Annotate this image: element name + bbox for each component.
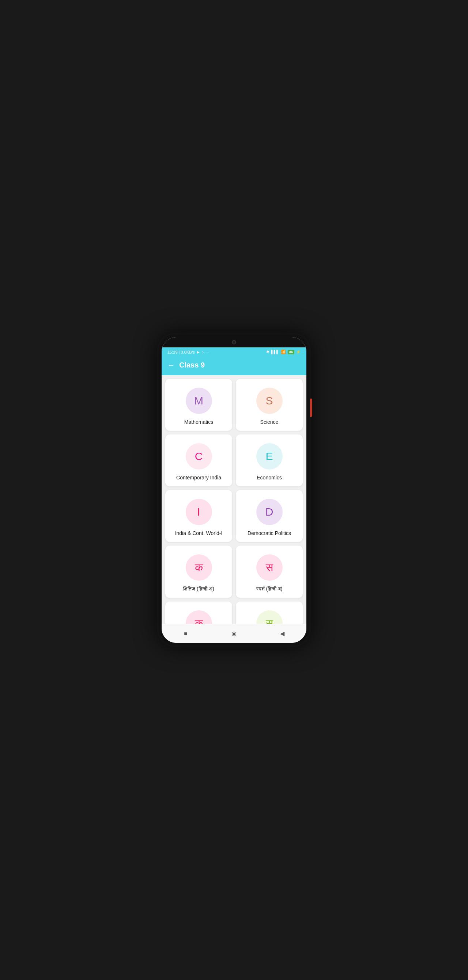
back-button[interactable]: ← [167, 361, 175, 369]
subject-card-economics[interactable]: EEconomics [236, 434, 303, 486]
subject-label-economics: Economics [257, 475, 282, 480]
square-nav-button[interactable]: ■ [181, 628, 191, 639]
camera-notch [232, 340, 236, 344]
subject-icon-mathematics: M [186, 388, 212, 414]
subject-label-democratic-politics: Democratic Politics [248, 530, 291, 536]
subject-icon-kritika: क [186, 610, 212, 624]
square-icon: ■ [184, 630, 188, 637]
back-nav-button[interactable]: ◀ [277, 628, 287, 639]
subject-label-science: Science [260, 419, 279, 425]
subject-icon-sparsh: स [256, 554, 283, 581]
subject-label-kshitij: क्षितिज (हिन्दी-अ) [183, 586, 214, 592]
app-header: ← Class 9 [162, 356, 306, 375]
battery-bolt: ⚡ [296, 350, 301, 354]
bottom-nav: ■ ◉ ◀ [162, 624, 306, 643]
home-nav-button[interactable]: ◉ [229, 628, 239, 639]
subject-label-mathematics: Mathematics [184, 419, 213, 425]
triangle-icon: ◀ [280, 630, 285, 637]
cast-icon: ▷ [202, 350, 204, 354]
subject-label-contemporary-india: Contemporary India [176, 475, 221, 480]
battery-display: 86 [288, 350, 294, 354]
circle-icon: ◉ [231, 630, 237, 637]
status-left: 15:29 | 0.0KB/s ▶ ▷ ··· [167, 350, 210, 354]
subject-card-kshitij[interactable]: कक्षितिज (हिन्दी-अ) [165, 546, 232, 598]
subject-icon-india-world: I [186, 499, 212, 525]
subject-card-sparsh[interactable]: सस्पर्श (हिन्दी-ब) [236, 546, 303, 598]
subject-card-science[interactable]: SScience [236, 379, 303, 431]
subject-icon-economics: E [256, 443, 283, 469]
subject-label-sparsh: स्पर्श (हिन्दी-ब) [256, 586, 283, 592]
status-bar: 15:29 | 0.0KB/s ▶ ▷ ··· ✱ ▌▌▌ 📶 86 ⚡ [162, 347, 306, 356]
subject-icon-sanchayan: स [256, 610, 283, 624]
phone-screen: 15:29 | 0.0KB/s ▶ ▷ ··· ✱ ▌▌▌ 📶 86 ⚡ ← C… [162, 337, 306, 643]
subjects-grid: MMathematicsSScienceCContemporary IndiaE… [165, 379, 303, 624]
volume-button[interactable] [310, 399, 312, 417]
content-area: MMathematicsSScienceCContemporary IndiaE… [162, 375, 306, 624]
phone-frame: 15:29 | 0.0KB/s ▶ ▷ ··· ✱ ▌▌▌ 📶 86 ⚡ ← C… [157, 333, 311, 647]
subject-card-mathematics[interactable]: MMathematics [165, 379, 232, 431]
subject-icon-kshitij: क [186, 554, 212, 581]
bluetooth-icon: ✱ [266, 350, 269, 354]
subject-card-india-world[interactable]: IIndia & Cont. World-I [165, 490, 232, 542]
status-right: ✱ ▌▌▌ 📶 86 ⚡ [266, 350, 301, 354]
subject-icon-science: S [256, 388, 283, 414]
wifi-icon: 📶 [281, 350, 286, 354]
signal-icon: ▌▌▌ [271, 350, 279, 354]
page-title: Class 9 [179, 361, 205, 369]
time-display: 15:29 | 0.0KB/s [167, 350, 195, 354]
subject-card-democratic-politics[interactable]: DDemocratic Politics [236, 490, 303, 542]
phone-notch [162, 337, 306, 347]
subject-label-india-world: India & Cont. World-I [175, 530, 223, 536]
subject-icon-contemporary-india: C [186, 443, 212, 469]
subject-card-kritika[interactable]: ककृतिका (खंड ग) [165, 601, 232, 624]
subject-icon-democratic-politics: D [256, 499, 283, 525]
play-icon: ▶ [197, 350, 200, 354]
more-icon: ··· [207, 350, 210, 354]
subject-card-sanchayan[interactable]: ससंचयन(खंड ख) [236, 601, 303, 624]
subject-card-contemporary-india[interactable]: CContemporary India [165, 434, 232, 486]
